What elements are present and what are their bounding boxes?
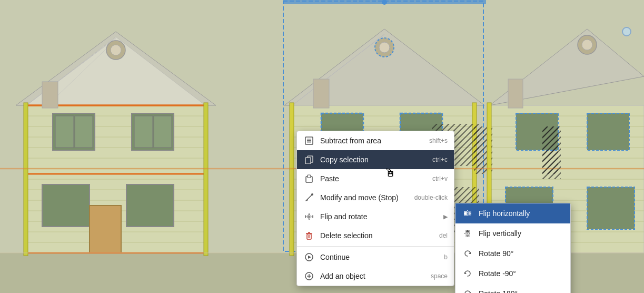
modify-icon xyxy=(303,192,315,203)
svg-rect-93 xyxy=(542,126,561,179)
svg-rect-21 xyxy=(55,116,74,148)
delete-shortcut: del xyxy=(439,232,448,239)
flip-v-icon xyxy=(462,228,473,239)
submenu-item-rotate-90[interactable]: Rotate 90° xyxy=(455,243,570,263)
add-object-shortcut: space xyxy=(431,272,448,280)
svg-rect-34 xyxy=(24,103,28,256)
menu-divider xyxy=(297,246,454,247)
svg-rect-28 xyxy=(90,206,121,253)
flip-submenu: Flip horizontally Flip vertically xyxy=(455,203,571,293)
paste-label: Paste xyxy=(320,174,428,183)
svg-point-33 xyxy=(111,45,121,55)
svg-rect-103 xyxy=(308,175,311,178)
svg-rect-27 xyxy=(126,184,174,227)
menu-item-subtract[interactable]: Subtract from area shift+s xyxy=(297,131,454,150)
menu-item-delete[interactable]: Delete selection del xyxy=(297,226,454,245)
menu-item-continue[interactable]: Continue b xyxy=(297,248,454,267)
flip-h-label: Flip horizontally xyxy=(479,209,564,218)
svg-rect-22 xyxy=(75,116,93,148)
svg-point-87 xyxy=(582,40,592,50)
submenu-item-rotate-neg90[interactable]: Rotate -90° xyxy=(455,263,570,284)
context-menu: Subtract from area shift+s Copy selectio… xyxy=(296,131,454,286)
rotate-neg90-label: Rotate -90° xyxy=(479,269,564,278)
delete-icon xyxy=(303,230,315,241)
add-object-label: Add an object xyxy=(320,272,427,280)
paste-icon xyxy=(303,173,315,184)
svg-rect-101 xyxy=(305,158,311,164)
modify-shortcut: double-click xyxy=(414,194,448,201)
rotate-180-icon xyxy=(462,288,473,293)
svg-rect-25 xyxy=(154,116,172,148)
svg-rect-26 xyxy=(42,184,90,227)
submenu-item-flip-h[interactable]: Flip horizontally xyxy=(455,203,570,223)
menu-item-copy[interactable]: Copy selection ctrl+c xyxy=(297,150,454,169)
copy-icon xyxy=(303,154,315,165)
svg-rect-81 xyxy=(587,187,635,229)
paste-shortcut: ctrl+v xyxy=(432,175,448,182)
svg-rect-58 xyxy=(290,103,294,256)
svg-rect-79 xyxy=(587,113,629,150)
menu-item-add-object[interactable]: Add an object space xyxy=(297,267,454,286)
submenu-item-flip-v[interactable]: Flip vertically xyxy=(455,223,570,243)
subtract-shortcut: shift+s xyxy=(429,137,448,144)
submenu-item-rotate-180[interactable]: Rotate 180° xyxy=(455,284,570,293)
flip-arrow: ▶ xyxy=(443,213,448,220)
continue-label: Continue xyxy=(320,253,440,261)
continue-shortcut: b xyxy=(444,253,448,261)
flip-h-icon xyxy=(462,208,473,219)
copy-label: Copy selection xyxy=(320,155,428,164)
svg-rect-114 xyxy=(307,234,311,239)
svg-point-62 xyxy=(379,42,390,53)
svg-rect-85 xyxy=(508,79,523,108)
svg-point-88 xyxy=(622,27,631,36)
rotate-90-label: Rotate 90° xyxy=(479,249,564,258)
menu-item-paste[interactable]: Paste ctrl+v xyxy=(297,169,454,188)
subtract-label: Subtract from area xyxy=(320,136,425,145)
copy-shortcut: ctrl+c xyxy=(432,156,448,163)
menu-item-flip[interactable]: Flip and rotate ▶ Flip horizontally xyxy=(297,207,454,226)
subtract-icon xyxy=(303,135,315,147)
flip-icon xyxy=(303,211,315,222)
delete-label: Delete selection xyxy=(320,231,435,240)
rotate-180-label: Rotate 180° xyxy=(479,289,564,293)
rotate-ccw-icon xyxy=(462,268,473,279)
svg-rect-35 xyxy=(204,103,208,256)
modify-label: Modify and move (Stop) xyxy=(320,193,410,202)
svg-point-104 xyxy=(311,193,313,196)
flip-label: Flip and rotate xyxy=(320,212,441,221)
add-icon xyxy=(303,270,315,282)
flip-v-label: Flip vertically xyxy=(479,229,564,238)
svg-rect-31 xyxy=(42,82,58,108)
rotate-cw-icon xyxy=(462,248,473,259)
continue-icon xyxy=(303,251,315,263)
menu-item-modify[interactable]: Modify and move (Stop) double-click xyxy=(297,188,454,207)
svg-marker-120 xyxy=(308,256,311,259)
svg-rect-60 xyxy=(313,79,329,108)
svg-rect-24 xyxy=(134,116,153,148)
